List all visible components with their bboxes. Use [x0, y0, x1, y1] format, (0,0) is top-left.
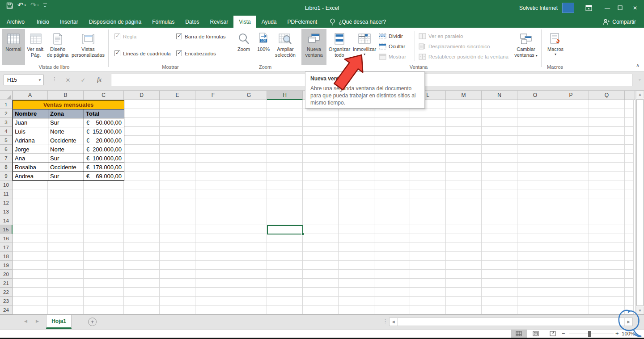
row-header-9[interactable]: 9: [0, 172, 13, 180]
normal-view-button[interactable]: Normal: [2, 29, 25, 65]
freeze-panes-button[interactable]: Inmovilizar ▾: [352, 29, 377, 65]
tab-pdfelement[interactable]: PDFelement: [282, 16, 322, 28]
row-header-16[interactable]: 16: [0, 234, 13, 243]
undo-button[interactable]: ↶▾: [17, 2, 26, 9]
tab-vista[interactable]: Vista: [233, 16, 256, 28]
sheet-tab-hoja1[interactable]: Hoja1: [46, 315, 72, 329]
table-cell-total[interactable]: €69.000,00: [84, 172, 124, 181]
row-header-11[interactable]: 11: [0, 189, 13, 198]
zoom-level[interactable]: 100%: [622, 331, 635, 336]
user-avatar[interactable]: [562, 3, 574, 13]
page-layout-view-button[interactable]: Diseño de página: [47, 29, 69, 65]
table-cell-zone[interactable]: Occidente: [48, 163, 84, 172]
new-sheet-button[interactable]: +: [88, 318, 97, 326]
row-header-6[interactable]: 6: [0, 145, 13, 154]
row-header-15[interactable]: 15: [0, 225, 13, 234]
zoom-slider-track[interactable]: [569, 334, 614, 334]
column-header-A[interactable]: A: [13, 91, 48, 100]
zoom-slider-thumb[interactable]: [588, 331, 591, 337]
chevron-down-icon[interactable]: ▼: [36, 78, 43, 82]
table-cell-total[interactable]: €152.000,00: [84, 127, 124, 136]
row-header-12[interactable]: 12: [0, 198, 13, 207]
scroll-left-button[interactable]: ◀: [390, 318, 398, 326]
split-button[interactable]: Dividir: [379, 32, 403, 40]
table-cell-zone[interactable]: Sur: [48, 118, 84, 127]
user-account-name[interactable]: Solvetic Internet: [519, 5, 558, 11]
tab-archivo[interactable]: Archivo: [0, 16, 31, 28]
formula-bar-splitter[interactable]: ⋮: [52, 76, 57, 82]
checkbox-regla[interactable]: ✓ Regla: [114, 33, 136, 39]
maximize-button[interactable]: [614, 0, 626, 16]
macros-button[interactable]: Macros ▾: [543, 29, 568, 65]
table-cell-zone[interactable]: Norte: [48, 145, 84, 154]
table-cell-total[interactable]: €100.000,00: [84, 154, 124, 163]
table-cell-name[interactable]: Andrea: [13, 172, 48, 181]
row-header-20[interactable]: 20: [0, 270, 13, 279]
column-header-G[interactable]: G: [231, 91, 267, 100]
switch-windows-button[interactable]: Cambiar ventanas ▾: [513, 29, 539, 65]
row-header-7[interactable]: 7: [0, 154, 13, 163]
normal-view-status-button[interactable]: [511, 330, 527, 338]
vertical-scrollbar-thumb[interactable]: [636, 99, 644, 306]
row-header-24[interactable]: 24: [0, 306, 13, 314]
hide-button[interactable]: Ocultar: [379, 42, 405, 50]
table-header-nombre[interactable]: Nombre: [13, 109, 48, 118]
expand-formula-bar-button[interactable]: ⌄: [638, 77, 641, 81]
close-button[interactable]: ✕: [626, 0, 644, 16]
column-header-C[interactable]: C: [84, 91, 124, 100]
row-header-17[interactable]: 17: [0, 243, 13, 252]
column-header-Q[interactable]: Q: [589, 91, 625, 100]
tell-me-box[interactable]: ¿Qué desea hacer?: [330, 16, 386, 28]
tab-ayuda[interactable]: Ayuda: [256, 16, 282, 28]
table-cell-zone[interactable]: Norte: [48, 127, 84, 136]
row-header-21[interactable]: 21: [0, 279, 13, 288]
checkbox-barra-de-formulas[interactable]: ✓ Barra de fórmulas: [176, 33, 225, 39]
sheet-nav-right-icon[interactable]: ▶: [36, 319, 39, 323]
custom-views-button[interactable]: Vistas personalizadas: [69, 29, 107, 65]
column-header-H[interactable]: H: [267, 91, 303, 100]
fill-handle[interactable]: [301, 233, 304, 235]
column-header-P[interactable]: P: [553, 91, 589, 100]
name-box[interactable]: H15 ▼: [4, 75, 44, 85]
column-header-N[interactable]: N: [482, 91, 517, 100]
row-header-18[interactable]: 18: [0, 252, 13, 261]
horizontal-scrollbar[interactable]: ◀ ▶: [389, 318, 633, 326]
arrange-all-button[interactable]: Organizar todo: [326, 29, 352, 65]
table-cell-zone[interactable]: Occidente: [48, 136, 84, 145]
synchronous-scrolling-button[interactable]: Desplazamiento sincrónico: [419, 42, 490, 50]
table-cell-name[interactable]: Jorge: [13, 145, 48, 154]
select-all-corner[interactable]: [0, 91, 13, 100]
table-cell-total[interactable]: €50.000,00: [84, 118, 124, 127]
table-cell-name[interactable]: Juan: [13, 118, 48, 127]
table-cell-name[interactable]: Luis: [13, 127, 48, 136]
scroll-right-button[interactable]: ▶: [624, 318, 632, 326]
row-header-3[interactable]: 3: [0, 118, 13, 127]
zoom-to-selection-button[interactable]: Ampliar selección: [273, 29, 298, 65]
table-cell-total[interactable]: €178.000,00: [84, 163, 124, 172]
worksheet-grid[interactable]: ABCDEFGHIJKLMNOPQ12345678910111213141516…: [0, 91, 635, 314]
vertical-scrollbar[interactable]: ▲ ▼: [635, 91, 644, 314]
insert-function-button[interactable]: fx: [93, 75, 106, 85]
table-header-total[interactable]: Total: [84, 109, 124, 118]
column-header-E[interactable]: E: [160, 91, 195, 100]
zoom-button[interactable]: Zoom: [233, 29, 254, 65]
collapse-ribbon-button[interactable]: ∧: [636, 63, 640, 68]
row-header-8[interactable]: 8: [0, 163, 13, 172]
page-layout-status-button[interactable]: [528, 330, 544, 338]
table-cell-name[interactable]: Adriana: [13, 136, 48, 145]
column-header-D[interactable]: D: [124, 91, 160, 100]
cancel-formula-button[interactable]: ✕: [62, 75, 74, 85]
table-cell-zone[interactable]: Sur: [48, 172, 84, 181]
zoom-in-button[interactable]: +: [615, 330, 619, 337]
table-cell-zone[interactable]: Sur: [48, 154, 84, 163]
sheet-nav-left-icon[interactable]: ◀: [24, 319, 27, 323]
enter-formula-button[interactable]: ✓: [77, 75, 89, 85]
checkbox-lineas-de-cuadricula[interactable]: ✓ Líneas de cuadrícula: [114, 50, 171, 56]
row-header-22[interactable]: 22: [0, 288, 13, 297]
table-title-cell[interactable]: Ventas mensuales: [13, 100, 124, 109]
table-cell-name[interactable]: Rosalba: [13, 163, 48, 172]
zoom-100-button[interactable]: 100 100%: [254, 29, 273, 65]
row-header-2[interactable]: 2: [0, 109, 13, 118]
row-header-14[interactable]: 14: [0, 216, 13, 225]
row-header-10[interactable]: 10: [0, 180, 13, 189]
